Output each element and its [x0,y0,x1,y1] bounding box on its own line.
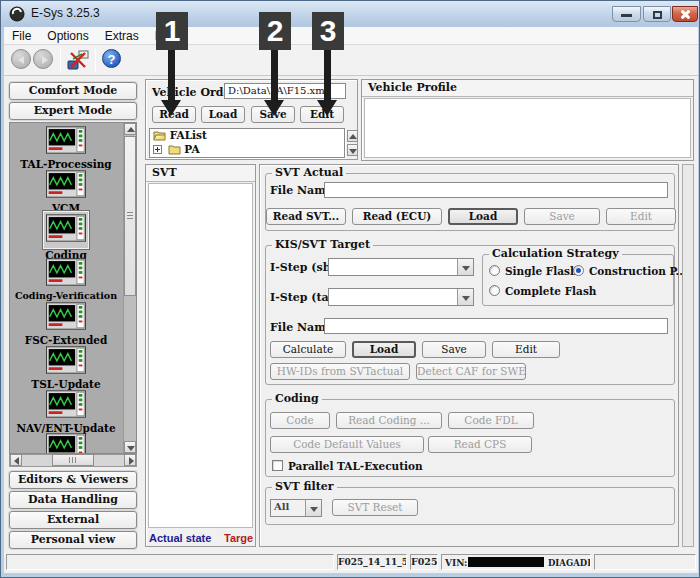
scroll-down-button[interactable] [124,441,136,453]
arrow-down-icon [349,149,357,154]
menu-extras[interactable]: Extras [97,27,147,45]
forward-button[interactable] [33,49,53,69]
svt-filter-combo[interactable]: All [270,499,322,517]
toolbar-separator [60,48,61,72]
coding-main-panel: SVT Actual File Name: Read SVT... Read (… [259,164,679,547]
tree-scroll-down-button[interactable] [347,144,358,156]
sidebar-item-fsc-extended[interactable]: FSC-Extended [10,302,122,346]
help-button[interactable]: ? [102,49,121,68]
kis-load-button[interactable]: Load [352,341,416,358]
tree-scroll-up-button[interactable] [347,130,358,142]
data-handling-button[interactable]: Data Handling [9,491,137,509]
fa-tree: FAList PA [149,128,345,158]
sidebar-item-tsl-update[interactable]: TSL-Update [10,346,122,390]
arrow-down-icon [127,446,135,451]
callout-2-box: 2 [259,12,291,50]
tree-label: PA [184,143,199,155]
vin-redaction-box [468,557,544,567]
vo-load-button[interactable]: Load [201,106,245,123]
callout-2-arrow [271,50,278,100]
legend-target-state: Targe [224,532,253,544]
svt-panel-title: SVT [146,165,255,182]
read-svt-button[interactable]: Read SVT... [266,208,346,225]
tree-item-falist[interactable]: FAList [150,129,344,143]
svt-filter-group: SVT filter All SVT Reset [265,487,675,525]
menu-file[interactable]: File [4,27,39,45]
minimize-button[interactable] [612,6,641,22]
personal-view-button[interactable]: Personal view [9,531,137,549]
callout-2-arrowhead [264,100,284,116]
scroll-thumb-horizontal[interactable] [52,454,94,466]
sidebar-vertical-scrollbar[interactable] [123,123,136,453]
status-bar: F025_14_11_501 F025 VIN: DIAGADR10 [4,552,698,572]
vin-label: VIN: [445,556,467,570]
maximize-icon [653,11,662,19]
read-ecu-button[interactable]: Read (ECU) [352,208,442,225]
connect-button[interactable] [67,49,89,71]
radio-complete-flash[interactable] [489,285,500,296]
help-icon: ? [108,52,116,67]
parallel-tal-label: Parallel TAL-Execution [288,460,423,472]
scroll-right-button[interactable] [124,454,136,466]
svt-edit-button[interactable]: Edit [606,208,676,225]
read-cps-button[interactable]: Read CPS [428,436,532,453]
istep-shipment-combo[interactable] [328,258,474,276]
scroll-left-button[interactable] [10,454,22,466]
hw-ids-button[interactable]: HW-IDs from SVTactual [270,363,410,380]
code-default-values-button[interactable]: Code Default Values [270,436,424,453]
back-icon [18,56,24,64]
radio-construction-p[interactable] [573,265,584,276]
back-button[interactable] [11,49,31,69]
chevron-down-icon [462,296,470,301]
oscilloscope-icon [46,126,86,154]
svt-filter-value: All [274,501,289,512]
kis-save-button[interactable]: Save [422,341,486,358]
svt-reset-button[interactable]: SVT Reset [332,499,418,516]
external-applications-button[interactable]: External Applications [9,511,137,529]
kis-edit-button[interactable]: Edit [492,341,560,358]
expand-icon[interactable] [153,145,162,154]
calculate-button[interactable]: Calculate [270,341,346,358]
detect-caf-button[interactable]: Detect CAF for SWE [416,363,526,380]
folder-open-icon [153,130,166,141]
svt-actual-file-field[interactable] [324,182,668,198]
comfort-mode-button[interactable]: Comfort Mode [9,82,137,100]
sidebar-item-nav-ent-update[interactable]: NAV/ENT-Update [10,390,122,434]
editors-viewers-button[interactable]: Editors & Viewers [9,471,137,489]
diag-address: DIAGADR10 [548,556,591,570]
callout-1-arrow [168,50,175,100]
toolbar-separator-2 [95,48,96,72]
kis-file-field[interactable] [324,318,668,334]
vehicle-profile-panel: Vehicle Profile [361,79,694,161]
parallel-tal-checkbox[interactable] [272,460,283,471]
tree-item-pa[interactable]: PA [150,143,344,157]
sidebar-item-tal-processing[interactable]: TAL-Processing [10,126,122,170]
close-button[interactable] [672,6,698,22]
maximize-button[interactable] [643,6,671,22]
radio-single-flash[interactable] [489,265,500,276]
selected-tool-frame [43,211,89,249]
legend-actual-state: Actual state [149,532,211,544]
svt-actual-title: SVT Actual [272,166,346,179]
vehicle-profile-body [364,98,691,158]
scroll-up-button[interactable] [124,123,136,135]
tool-label: Coding-Verification [10,290,122,301]
code-button[interactable]: Code [270,412,330,429]
right-scroll-strip[interactable] [682,164,694,547]
sidebar-item-partial[interactable] [10,433,122,454]
kis-svt-target-group: KIS/SVT Target I-Step (sh.. I-Step (ta..… [265,245,675,385]
svt-load-button[interactable]: Load [448,208,518,225]
expert-mode-button[interactable]: Expert Mode [9,102,137,120]
code-fdl-button[interactable]: Code FDL [448,412,534,429]
svt-save-button[interactable]: Save [524,208,600,225]
read-coding-button[interactable]: Read Coding ... [336,412,442,429]
sidebar-item-coding-verification[interactable]: Coding-Verification [10,258,122,301]
menu-options[interactable]: Options [39,27,96,45]
sidebar-horizontal-scrollbar[interactable] [9,454,137,467]
istep-target-combo[interactable] [328,288,474,306]
arrow-up-icon [349,134,357,139]
svt-tree-area[interactable] [148,183,253,528]
sidebar-item-coding[interactable]: Coding [10,211,122,261]
scroll-thumb[interactable] [124,136,136,296]
sidebar-item-vcm[interactable]: VCM [10,170,122,214]
